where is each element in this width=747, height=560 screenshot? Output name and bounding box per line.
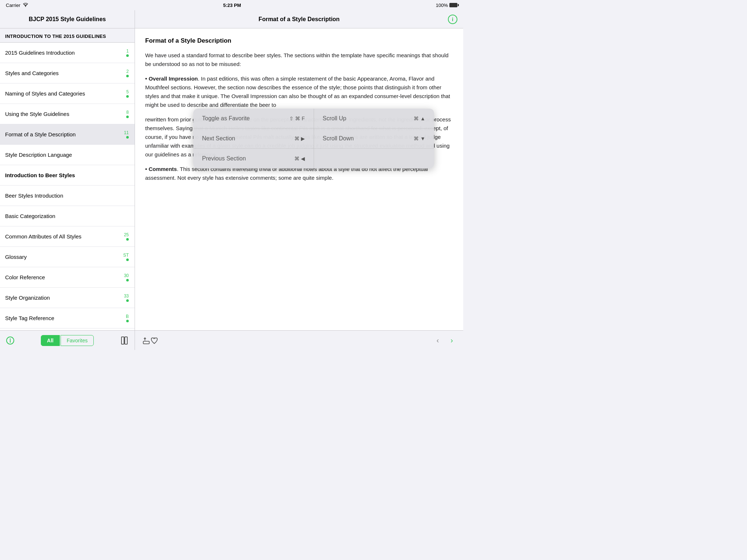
popup-prev-shortcut: ⌘ ◀: [294, 156, 305, 162]
sidebar-item-basic-cat[interactable]: Basic Categorization: [0, 206, 135, 226]
status-right: 100%: [436, 3, 457, 8]
sidebar-item-style-tag-right: B: [118, 314, 129, 322]
battery-icon: [449, 3, 457, 7]
sidebar-item-style-org-right: 33: [118, 293, 129, 302]
battery-percent: 100%: [436, 3, 448, 8]
sidebar-item-glossary-dot: [126, 258, 129, 261]
sidebar-item-naming[interactable]: Naming of Styles and Categories 5: [0, 83, 135, 104]
svg-rect-5: [125, 337, 127, 344]
info-button[interactable]: i: [448, 15, 457, 24]
popup-scroll-down[interactable]: Scroll Down ⌘ ▼: [314, 129, 434, 149]
popup-next-section[interactable]: Next Section ⌘ ▶: [193, 129, 314, 149]
sidebar-item-glossary-label: Glossary: [5, 254, 118, 260]
header-right: Format of a Style Description i: [135, 10, 463, 28]
sidebar-item-style-tag-label: Style Tag Reference: [5, 315, 118, 321]
svg-rect-6: [143, 341, 150, 343]
status-bar: Carrier 5:23 PM 100%: [0, 0, 463, 10]
sidebar-item-using-dot: [126, 116, 129, 118]
popup-toggle-shortcut: ⇧ ⌘ F: [289, 116, 305, 121]
sidebar-item-common-attr-label: Common Attributes of All Styles: [5, 233, 118, 240]
sidebar-item-common-attr[interactable]: Common Attributes of All Styles 25: [0, 226, 135, 247]
sidebar-item-glossary-right: ST: [118, 253, 129, 261]
sidebar-item-intro-label: 2015 Guidelines Introduction: [5, 50, 118, 56]
sidebar-item-using[interactable]: Using the Style Guidelines 8: [0, 104, 135, 124]
sidebar[interactable]: Introduction to the 2015 Guidelines 2015…: [0, 28, 135, 330]
sidebar-item-style-desc-lang[interactable]: Style Description Language: [0, 145, 135, 165]
svg-rect-4: [121, 337, 124, 344]
filter-toggle[interactable]: All Favorites: [41, 335, 94, 346]
wifi-icon: [23, 3, 28, 8]
bottom-book-button[interactable]: [120, 336, 129, 345]
sidebar-item-style-desc-lang-label: Style Description Language: [5, 152, 129, 158]
next-page-button[interactable]: ›: [448, 335, 456, 346]
sidebar-item-styles-right: 2: [118, 69, 129, 77]
sidebar-item-standard-american[interactable]: 1 Standard American Beer Standard Americ…: [0, 328, 135, 330]
sidebar-item-common-attr-right: 25: [118, 232, 129, 241]
sidebar-item-color-ref-right: 30: [118, 273, 129, 281]
sidebar-item-style-tag[interactable]: Style Tag Reference B: [0, 308, 135, 328]
sidebar-item-intro[interactable]: 2015 Guidelines Introduction 1: [0, 43, 135, 63]
header-left: BJCP 2015 Style Guidelines: [0, 10, 135, 28]
sidebar-item-format-label: Format of a Style Description: [5, 131, 118, 137]
nav-arrows: ‹ ›: [434, 335, 456, 346]
carrier-label: Carrier: [6, 3, 20, 8]
sidebar-item-color-ref-dot: [126, 279, 129, 281]
favorites-tab-button[interactable]: Favorites: [61, 335, 94, 346]
app-container: BJCP 2015 Style Guidelines Format of a S…: [0, 10, 463, 350]
sidebar-item-intro-right: 1: [118, 48, 129, 57]
sidebar-item-style-org[interactable]: Style Organization 33: [0, 288, 135, 308]
sidebar-item-format-right: 11: [118, 130, 129, 139]
sidebar-title: BJCP 2015 Style Guidelines: [29, 16, 106, 23]
popup-scroll-down-shortcut: ⌘ ▼: [414, 136, 425, 141]
popup-prev-section-label: Previous Section: [202, 155, 294, 162]
popup-overlay[interactable]: Toggle as Favorite ⇧ ⌘ F Next Section: [135, 28, 463, 330]
all-tab-button[interactable]: All: [41, 335, 60, 346]
sidebar-item-format-dot: [126, 136, 129, 139]
sidebar-item-naming-right: 5: [118, 89, 129, 98]
popup-left-col: Toggle as Favorite ⇧ ⌘ F Next Section: [193, 109, 314, 168]
status-left: Carrier: [6, 3, 28, 8]
sidebar-item-naming-label: Naming of Styles and Categories: [5, 90, 118, 97]
sidebar-item-beer-styles-intro-label: Beer Styles Introduction: [5, 192, 129, 199]
prev-page-button[interactable]: ‹: [434, 335, 442, 346]
popup-prev-section[interactable]: Previous Section ⌘ ◀: [193, 149, 314, 168]
sidebar-item-intro-beer[interactable]: Introduction to Beer Styles: [0, 165, 135, 186]
main-content: Format of a Style Description We have us…: [135, 28, 463, 330]
popup: Toggle as Favorite ⇧ ⌘ F Next Section: [193, 109, 434, 168]
popup-next-section-label: Next Section: [202, 135, 294, 142]
heart-button[interactable]: [150, 337, 158, 345]
popup-scroll-up[interactable]: Scroll Up ⌘ ▲: [314, 109, 434, 129]
sidebar-item-naming-dot: [126, 95, 129, 98]
share-button[interactable]: [142, 337, 150, 345]
status-time: 5:23 PM: [223, 3, 241, 8]
popup-scroll-up-shortcut: ⌘ ▲: [414, 116, 425, 121]
content-area: Introduction to the 2015 Guidelines 2015…: [0, 28, 463, 330]
sidebar-item-intro-dot: [126, 54, 129, 57]
sidebar-item-basic-cat-label: Basic Categorization: [5, 213, 129, 219]
popup-scroll-up-label: Scroll Up: [323, 115, 414, 122]
sidebar-item-using-label: Using the Style Guidelines: [5, 111, 118, 117]
sidebar-item-color-ref-label: Color Reference: [5, 274, 118, 280]
popup-main: Toggle as Favorite ⇧ ⌘ F Next Section: [193, 109, 434, 168]
sidebar-item-glossary[interactable]: Glossary ST: [0, 247, 135, 267]
popup-scroll-down-label: Scroll Down: [323, 135, 414, 142]
sidebar-item-format[interactable]: Format of a Style Description 11: [0, 124, 135, 145]
sidebar-item-intro-beer-label: Introduction to Beer Styles: [5, 172, 129, 178]
bottom-info-button[interactable]: [6, 336, 15, 345]
sidebar-item-using-right: 8: [118, 110, 129, 118]
sidebar-item-common-attr-dot: [126, 238, 129, 241]
bottom-left: All Favorites: [0, 331, 135, 350]
sidebar-item-beer-styles-intro[interactable]: Beer Styles Introduction: [0, 186, 135, 206]
svg-point-0: [25, 6, 26, 7]
sidebar-item-style-org-label: Style Organization: [5, 295, 118, 301]
content-header-title: Format of a Style Description: [259, 16, 340, 23]
header: BJCP 2015 Style Guidelines Format of a S…: [0, 10, 463, 28]
sidebar-section-title: Introduction to the 2015 Guidelines: [5, 34, 106, 39]
sidebar-item-style-org-dot: [126, 299, 129, 302]
popup-next-shortcut: ⌘ ▶: [294, 136, 305, 141]
sidebar-item-styles-categories[interactable]: Styles and Categories 2: [0, 63, 135, 83]
popup-right-col: Scroll Up ⌘ ▲ Scroll Down ⌘: [314, 109, 434, 168]
popup-toggle-favorite[interactable]: Toggle as Favorite ⇧ ⌘ F: [193, 109, 314, 129]
bottom-right: ‹ ›: [135, 331, 463, 350]
sidebar-item-color-ref[interactable]: Color Reference 30: [0, 267, 135, 288]
